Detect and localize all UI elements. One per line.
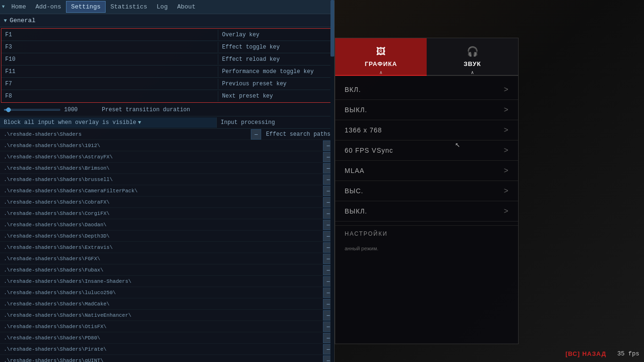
setting-row-f1: F1 Overlay key [1, 29, 333, 41]
game-menu-item-5[interactable]: ВЫС. > [335, 181, 518, 201]
slider-row-preset-duration: 1000 Preset transition duration [0, 104, 334, 116]
game-menu-item-6[interactable]: ВЫКЛ. > [335, 201, 518, 222]
tab-sound-label: ЗВУК [463, 60, 481, 67]
game-description: анный режим. [335, 242, 518, 255]
effect-search-paths-label: Effect search paths [262, 130, 334, 139]
shader-path-12: .\reshade-shaders\Shaders\Fubax\ [0, 266, 323, 274]
shader-path-1: .\reshade-shaders\Shaders\1912\ [0, 141, 323, 150]
game-menu-label-0: ВКЛ. [345, 86, 361, 93]
tab-graphics-label: ГРАФИКА [365, 60, 397, 67]
shader-path-11: .\reshade-shaders\Shaders\FGFX\ [0, 255, 323, 263]
game-menu-item-0[interactable]: ВКЛ. > [335, 80, 518, 100]
shader-row-0: .\reshade-shaders\Shaders − Effect searc… [0, 129, 334, 140]
game-menu-item-3[interactable]: 60 FPS VSync > [335, 140, 518, 161]
shader-path-19: .\reshade-shaders\Shaders\Pirate\ [0, 345, 323, 354]
shader-remove-btn-0[interactable]: − [251, 129, 261, 140]
setting-row-f3: F3 Effect toggle key [1, 41, 333, 53]
shader-row-16: .\reshade-shaders\Shaders\NativeEnhancer… [0, 310, 334, 321]
shader-row-4: .\reshade-shaders\Shaders\brussell\ − [0, 174, 334, 185]
game-menu-arrow-0: > [504, 85, 509, 94]
general-section-header: ▼ General [0, 14, 334, 27]
menu-item-home[interactable]: Home [7, 1, 31, 12]
shader-row-18: .\reshade-shaders\Shaders\PD80\ − [0, 332, 334, 344]
shader-path-8: .\reshade-shaders\Shaders\Daodan\ [0, 221, 323, 229]
shader-row-19: .\reshade-shaders\Shaders\Pirate\ − [0, 344, 334, 355]
game-menu-item-2[interactable]: 644 x 362 > [335, 120, 518, 140]
setting-value-effect-reload: Effect reload key [218, 54, 283, 65]
shader-path-9: .\reshade-shaders\Shaders\Depth3D\ [0, 232, 323, 240]
setting-key-f1[interactable]: F1 [1, 30, 218, 40]
game-menu-arrow-3: > [504, 146, 509, 155]
shader-row-13: .\reshade-shaders\Shaders\Insane-Shaders… [0, 276, 334, 287]
fps-counter: 35 fps [617, 350, 639, 357]
menu-item-log[interactable]: Log [152, 1, 172, 12]
menu-item-about[interactable]: About [173, 1, 200, 12]
scrollbar-thumb[interactable] [330, 0, 334, 57]
dropdown-arrow-icon: ▼ [138, 120, 141, 125]
shader-path-6: .\reshade-shaders\Shaders\CobraFX\ [0, 198, 323, 206]
shader-row-6: .\reshade-shaders\Shaders\CobraFX\ − [0, 197, 334, 208]
game-menu-arrow-6: > [504, 207, 509, 215]
shader-row-12: .\reshade-shaders\Shaders\Fubax\ − [0, 264, 334, 276]
shader-path-14: .\reshade-shaders\Shaders\luluco250\ [0, 288, 323, 297]
slider-container: 1000 [4, 107, 98, 113]
shader-paths-container: .\reshade-shaders\Shaders − Effect searc… [0, 129, 334, 362]
graphics-icon: 🖼 [376, 46, 386, 58]
setting-key-f7[interactable]: F7 [1, 79, 218, 89]
game-menu-label-3: 60 FPS VSync [345, 147, 393, 154]
tab-graphics[interactable]: 🖼 ГРАФИКА ∧ [335, 38, 427, 76]
game-menu-label-5: ВЫС. [345, 187, 363, 195]
game-menu-item-1[interactable]: ВЫКЛ. > [335, 100, 518, 120]
game-menu-item-4[interactable]: MLAA > [335, 161, 518, 181]
shader-row-15: .\reshade-shaders\Shaders\MadCake\ − [0, 298, 334, 310]
shader-row-7: .\reshade-shaders\Shaders\CorgiFX\ − [0, 208, 334, 219]
shader-row-1: .\reshade-shaders\Shaders\1912\ − [0, 140, 334, 151]
setting-value-effect-toggle: Effect toggle key [218, 42, 283, 52]
setting-key-f8[interactable]: F8 [1, 91, 218, 101]
slider-thumb[interactable] [6, 107, 11, 112]
shader-path-17: .\reshade-shaders\Shaders\OtisFX\ [0, 322, 323, 331]
shader-path-4: .\reshade-shaders\Shaders\brussell\ [0, 175, 323, 184]
shader-path-16: .\reshade-shaders\Shaders\NativeEnhancer… [0, 311, 323, 320]
shader-path-13: .\reshade-shaders\Shaders\Insane-Shaders… [0, 277, 323, 286]
tab-graphics-arrow: ∧ [380, 70, 382, 75]
input-processing-label: Input processing [217, 118, 279, 127]
game-menu-label-6: ВЫКЛ. [345, 207, 367, 215]
setting-row-f7: F7 Previous preset key [1, 78, 333, 90]
key-settings-container: F1 Overlay key F3 Effect toggle key F10 … [1, 28, 333, 103]
shader-path-20: .\reshade-shaders\Shaders\qUINT\ [0, 356, 323, 362]
slider-track[interactable] [4, 109, 60, 111]
sound-icon: 🎧 [467, 46, 479, 58]
game-settings-overlay: 🖼 ГРАФИКА ∧ 🎧 ЗВУК ∧ ВКЛ. > ВЫКЛ. > 1366… [335, 38, 519, 344]
scrollbar[interactable] [330, 0, 334, 362]
shader-path-7: .\reshade-shaders\Shaders\CorgiFX\ [0, 209, 323, 218]
content-area: ▼ General F1 Overlay key F3 Effect toggl… [0, 14, 334, 362]
section-collapse-arrow[interactable]: ▼ [4, 18, 7, 24]
shader-path-10: .\reshade-shaders\Shaders\Extravis\ [0, 243, 323, 252]
shader-path-18: .\reshade-shaders\Shaders\PD80\ [0, 334, 323, 342]
setting-value-prev-preset: Previous preset key [218, 79, 290, 89]
setting-row-f8: F8 Next preset key [1, 90, 333, 102]
game-menu-label-4: MLAA [345, 167, 364, 174]
tab-sound[interactable]: 🎧 ЗВУК ∧ [427, 38, 518, 76]
shader-row-2: .\reshade-shaders\Shaders\AstrayFX\ − [0, 151, 334, 163]
game-back-button[interactable]: [ВС] НАЗАД [565, 350, 606, 357]
shader-path-0: .\reshade-shaders\Shaders [0, 130, 251, 139]
shader-row-11: .\reshade-shaders\Shaders\FGFX\ − [0, 253, 334, 264]
game-panel: 🖼 ГРАФИКА ∧ 🎧 ЗВУК ∧ ВКЛ. > ВЫКЛ. > 1366… [335, 0, 644, 362]
menu-item-statistics[interactable]: Statistics [106, 1, 152, 12]
menu-item-addons[interactable]: Add-ons [31, 1, 66, 12]
input-dropdown-button[interactable]: Block all input when overlay is visible … [0, 117, 216, 128]
shader-row-17: .\reshade-shaders\Shaders\OtisFX\ − [0, 321, 334, 332]
menu-bar: ▼ Home Add-ons Settings Statistics Log A… [0, 0, 334, 14]
shader-row-5: .\reshade-shaders\Shaders\CameraFilterPa… [0, 185, 334, 197]
setting-row-f10: F10 Effect reload key [1, 53, 333, 66]
shader-row-20: .\reshade-shaders\Shaders\qUINT\ − [0, 355, 334, 362]
setting-key-f3[interactable]: F3 [1, 42, 218, 52]
setting-key-f10[interactable]: F10 [1, 54, 218, 65]
input-processing-row: Block all input when overlay is visible … [0, 116, 334, 129]
menu-item-settings[interactable]: Settings [66, 1, 106, 13]
preset-duration-label: Preset transition duration [98, 105, 194, 115]
game-settings-label: НАСТРОЙКИ [335, 225, 518, 242]
setting-key-f11[interactable]: F11 [1, 66, 218, 77]
